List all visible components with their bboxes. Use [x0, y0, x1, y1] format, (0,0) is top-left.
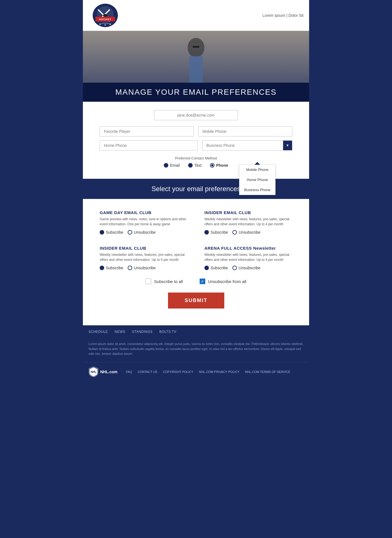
footer-bottom-links: FAQ CONTACT US COPYRIGHT POLICY NHL.COM …: [126, 370, 290, 374]
pref-card-2-radio-group: Subscribe Unsubscribe: [204, 230, 292, 235]
pref-card-1-subscribe-dot: [100, 230, 104, 235]
pref-card-3-subscribe-dot: [100, 266, 104, 270]
dropdown-home-phone[interactable]: Home Phone: [239, 175, 275, 185]
footer-link-privacy[interactable]: NHL.COM PRIVACY POLICY: [199, 370, 239, 374]
pref-card-3-radio-group: Subscribe Unsubscribe: [100, 266, 188, 270]
hero-banner: [83, 31, 309, 83]
hero-title-bar: MANAGE YOUR EMAIL PREFERENCES: [83, 83, 309, 102]
pref-card-1-radio-group: Subscribe Unsubscribe: [100, 230, 188, 235]
footer-link-tos[interactable]: NHL.COM TERMS OF SERVICE: [245, 370, 290, 374]
svg-rect-16: [193, 46, 199, 48]
subscribe-all-checkbox[interactable]: [146, 279, 151, 284]
radio-phone-label: Phone: [216, 163, 228, 168]
svg-text:NHL: NHL: [91, 370, 97, 374]
submit-button[interactable]: SUBMIT: [168, 293, 224, 309]
unsubscribe-all-checkbox[interactable]: [200, 279, 205, 284]
radio-email-indicator: [164, 163, 168, 168]
svg-point-4: [103, 14, 108, 17]
pref-card-3-unsubscribe-dot: [128, 266, 132, 270]
svg-text:HOCKEY: HOCKEY: [99, 18, 112, 21]
pref-card-3: INSIDER EMAIL CLUB Weekly newsletter wit…: [100, 246, 188, 270]
form-section: ▼ Preferred Contact Method Email Text: [83, 102, 309, 179]
business-phone-input[interactable]: [202, 141, 283, 150]
svg-text:TOURNAMENT: TOURNAMENT: [99, 23, 111, 24]
form-row-1: [100, 126, 292, 136]
home-phone-input[interactable]: [100, 140, 198, 150]
pref-card-2-subscribe-label: Subscribe: [211, 230, 228, 235]
form-row-2: ▼: [100, 140, 292, 150]
footer-nav-schedule[interactable]: SCHEDULE: [88, 330, 108, 334]
pref-card-1-subscribe[interactable]: Subscribe: [100, 230, 123, 235]
radio-email[interactable]: Email: [164, 163, 180, 168]
submit-wrap: SUBMIT: [100, 293, 292, 309]
dropdown-business-phone[interactable]: Business Phone: [239, 185, 275, 195]
pref-card-4-unsubscribe-dot: [232, 266, 237, 270]
favorite-player-input[interactable]: [100, 126, 194, 136]
pref-card-1-unsubscribe-label: Unsubscribe: [134, 230, 156, 235]
footer-nav: SCHEDULE NEWS STANDINGS BOLTS TV: [83, 325, 309, 338]
preferences-grid: GAME DAY EMAIL CLUB Game preview with ne…: [100, 210, 292, 270]
nhl-logo: NHL NHL.com: [88, 366, 117, 377]
pref-card-2-desc: Weekly newsletter with news, features, p…: [204, 217, 292, 227]
footer-nav-news[interactable]: NEWS: [115, 330, 125, 334]
contact-method-label: Preferred Contact Method: [100, 156, 292, 160]
header: HOCKEY ★ ★ ★ TOURNAMENT Lorem Ipsum | Do…: [83, 0, 309, 31]
pref-card-3-title: INSIDER EMAIL CLUB: [100, 246, 188, 251]
dropdown-mobile-phone[interactable]: Mobile Phone: [239, 165, 275, 175]
pref-card-3-desc: Weekly newsletter with news, features, p…: [100, 252, 188, 262]
pref-card-4-title: ARENA FULL ACCESS Newsletter: [204, 246, 292, 251]
pref-card-4: ARENA FULL ACCESS Newsletter Weekly news…: [204, 246, 292, 270]
pref-card-4-subscribe[interactable]: Subscribe: [204, 266, 228, 270]
subscribe-all-item[interactable]: Subscribe to all: [146, 279, 183, 284]
email-input-wrap: [100, 110, 292, 120]
unsubscribe-all-label: Unsubscribe from all: [208, 279, 246, 284]
pref-card-3-subscribe[interactable]: Subscribe: [100, 266, 123, 270]
footer-nav-standings[interactable]: STANDINGS: [132, 330, 153, 334]
footer-text: Lorem ipsum dolor sit amet, consectetur …: [88, 342, 304, 356]
pref-card-4-subscribe-label: Subscribe: [211, 266, 228, 270]
pref-card-2-subscribe[interactable]: Subscribe: [204, 230, 228, 235]
pref-card-3-unsubscribe-label: Unsubscribe: [134, 266, 156, 270]
logo-icon: HOCKEY ★ ★ ★ TOURNAMENT: [88, 3, 122, 28]
subscribe-all-label: Subscribe to all: [154, 279, 183, 284]
pref-card-1-desc: Game preview with news, notes, tune-in o…: [100, 217, 188, 227]
footer-link-faq[interactable]: FAQ: [126, 370, 132, 374]
pref-card-4-unsubscribe[interactable]: Unsubscribe: [232, 266, 260, 270]
dropdown-popup: Mobile Phone Home Phone Business Phone: [239, 164, 276, 195]
mobile-phone-input[interactable]: [198, 126, 292, 136]
pref-card-2: INSIDER EMAIL CLUB Weekly newsletter wit…: [204, 210, 292, 235]
footer-text-section: Lorem ipsum dolor sit amet, consectetur …: [83, 338, 309, 362]
business-phone-dropdown: ▼: [202, 140, 292, 150]
header-links: Lorem Ipsum | Dolor Sit: [262, 13, 304, 18]
radio-phone[interactable]: Phone: [210, 163, 228, 168]
radio-text-label: Text: [194, 163, 202, 168]
radio-text-indicator: [188, 163, 193, 168]
pref-card-2-title: INSIDER EMAIL CLUB: [204, 210, 292, 215]
pref-card-2-unsubscribe-label: Unsubscribe: [239, 230, 260, 235]
footer-bottom: NHL NHL.com FAQ CONTACT US COPYRIGHT POL…: [83, 362, 309, 381]
pref-card-1-title: GAME DAY EMAIL CLUB: [100, 210, 188, 215]
nhl-shield-icon: NHL: [88, 366, 99, 377]
pref-card-3-unsubscribe[interactable]: Unsubscribe: [128, 266, 156, 270]
footer-nav-bolts-tv[interactable]: BOLTS TV: [159, 330, 176, 334]
hero-title: MANAGE YOUR EMAIL PREFERENCES: [88, 88, 304, 97]
email-input[interactable]: [154, 110, 238, 120]
unsubscribe-all-item[interactable]: Unsubscribe from all: [200, 279, 246, 284]
pref-card-2-unsubscribe[interactable]: Unsubscribe: [232, 230, 260, 235]
footer-link-copyright[interactable]: COPYRIGHT POLICY: [163, 370, 193, 374]
pref-card-1: GAME DAY EMAIL CLUB Game preview with ne…: [100, 210, 188, 235]
radio-phone-indicator: [210, 163, 214, 168]
footer-link-contact[interactable]: CONTACT US: [137, 370, 157, 374]
logo-area: HOCKEY ★ ★ ★ TOURNAMENT: [88, 3, 122, 28]
subscribe-all-row: Subscribe to all Unsubscribe from all: [100, 279, 292, 284]
pref-card-4-unsubscribe-label: Unsubscribe: [239, 266, 260, 270]
svg-rect-15: [189, 56, 203, 83]
preferences-section: GAME DAY EMAIL CLUB Game preview with ne…: [83, 199, 309, 325]
radio-text[interactable]: Text: [188, 163, 202, 168]
radio-email-label: Email: [170, 163, 180, 168]
pref-card-2-subscribe-dot: [204, 230, 209, 235]
contact-method-section: Preferred Contact Method Email Text Phon…: [100, 156, 292, 168]
pref-card-1-subscribe-label: Subscribe: [106, 230, 123, 235]
dropdown-arrow-button[interactable]: ▼: [283, 141, 292, 150]
pref-card-1-unsubscribe[interactable]: Unsubscribe: [128, 230, 156, 235]
